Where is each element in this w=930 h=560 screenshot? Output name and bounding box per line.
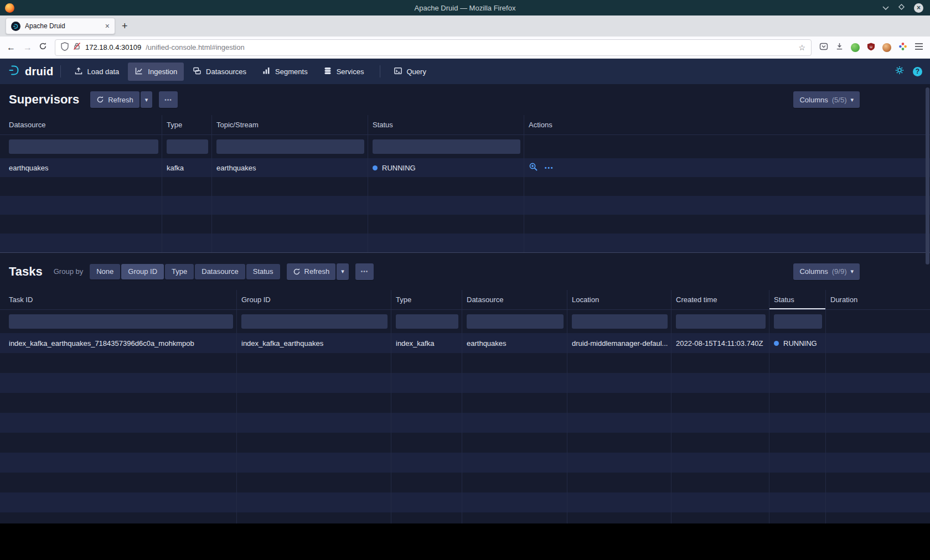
col-header-status[interactable]: Status (368, 115, 524, 134)
columns-count: (9/9) (832, 267, 847, 276)
tasks-filter-task-id[interactable] (9, 314, 233, 329)
extension-icon-green[interactable] (851, 43, 860, 52)
supervisors-more-button[interactable]: ••• (159, 91, 178, 108)
col-header-task-id[interactable]: Task ID (0, 290, 237, 309)
tasks-filter-group-id[interactable] (241, 314, 388, 329)
col-header-location[interactable]: Location (567, 290, 671, 309)
settings-gear-icon[interactable] (895, 65, 905, 77)
supervisor-topic-stream: earthquakes (212, 158, 368, 177)
supervisors-filter-type[interactable] (167, 139, 208, 154)
forward-icon[interactable]: → (22, 43, 33, 53)
nav-item-ingestion[interactable]: Ingestion (128, 63, 184, 81)
group-by-none-button[interactable]: None (90, 264, 120, 279)
browser-tab[interactable]: Apache Druid × (6, 18, 115, 34)
bookmark-star-icon[interactable]: ☆ (798, 43, 805, 52)
tasks-refresh-group: Refresh ▾ (287, 263, 349, 280)
tab-title: Apache Druid (25, 22, 101, 30)
row-more-icon[interactable]: ••• (545, 165, 554, 171)
group-by-type-button[interactable]: Type (165, 264, 194, 279)
new-tab-button[interactable]: + (122, 20, 128, 32)
tasks-filter-datasource[interactable] (467, 314, 564, 329)
supervisors-filter-topic-stream[interactable] (216, 139, 364, 154)
url-bar[interactable]: 172.18.0.4:30109 /unified-console.html#i… (55, 39, 812, 56)
supervisors-refresh-button[interactable]: Refresh (90, 91, 140, 108)
nav-item-load-data[interactable]: Load data (68, 63, 126, 81)
window-controls: × (882, 3, 923, 13)
tracking-shield-icon[interactable] (61, 42, 69, 53)
tasks-filter-type[interactable] (396, 314, 458, 329)
columns-label: Columns (799, 96, 828, 104)
tasks-filter-status[interactable] (774, 314, 822, 329)
url-host: 172.18.0.4:30109 (85, 43, 141, 51)
tasks-filter-location[interactable] (572, 314, 668, 329)
window-maximize-icon[interactable] (898, 3, 905, 13)
group-by-status-button[interactable]: Status (246, 264, 280, 279)
extension-pinwheel-icon[interactable] (898, 42, 907, 53)
insecure-lock-icon[interactable] (73, 42, 81, 53)
col-header-type[interactable]: Type (162, 115, 212, 134)
help-icon[interactable]: ? (913, 67, 922, 76)
ublock-origin-icon[interactable]: u (867, 42, 875, 53)
supervisors-refresh-caret[interactable]: ▾ (141, 91, 153, 108)
col-header-datasource[interactable]: Datasource (0, 115, 162, 134)
zoom-in-icon[interactable] (529, 162, 538, 173)
druid-brand[interactable]: druid (8, 64, 54, 79)
tab-close-icon[interactable]: × (105, 22, 110, 30)
supervisors-filter-datasource[interactable] (9, 139, 158, 154)
columns-label: Columns (799, 267, 828, 276)
group-by-group-id-button[interactable]: Group ID (121, 264, 164, 279)
task-created-time: 2022-08-15T14:11:03.740Z (671, 333, 769, 353)
col-header-created-time[interactable]: Created time (671, 290, 769, 309)
col-header-datasource[interactable]: Datasource (462, 290, 567, 309)
window-title: Apache Druid — Mozilla Firefox (0, 4, 930, 12)
group-by-datasource-button[interactable]: Datasource (195, 264, 245, 279)
table-row-empty (0, 353, 930, 373)
tasks-title: Tasks (9, 265, 43, 279)
group-by-label: Group by (54, 267, 83, 276)
tasks-table-header: Task ID Group ID Type Datasource Locatio… (0, 290, 930, 310)
menu-icon[interactable] (914, 43, 923, 53)
nav-item-services[interactable]: Services (317, 63, 371, 81)
nav-label: Segments (275, 68, 308, 76)
task-duration (826, 333, 930, 353)
task-status: RUNNING (769, 333, 826, 353)
tasks-refresh-caret[interactable]: ▾ (337, 263, 349, 280)
tasks-more-button[interactable]: ••• (355, 263, 374, 280)
supervisor-row[interactable]: earthquakes kafka earthquakes RUNNING ••… (0, 158, 930, 177)
supervisors-filter-status[interactable] (373, 139, 520, 154)
col-header-duration[interactable]: Duration (826, 290, 930, 309)
downloads-icon[interactable] (835, 42, 844, 53)
task-type: index_kafka (391, 333, 462, 353)
window-close-icon[interactable]: × (914, 3, 923, 13)
toolbar-extensions: u (819, 42, 923, 53)
reload-icon[interactable] (39, 42, 47, 53)
task-group-id: index_kafka_earthquakes (237, 333, 391, 353)
table-row-empty (0, 234, 930, 252)
nav-item-query[interactable]: Query (387, 63, 433, 81)
titlebar: Apache Druid — Mozilla Firefox × (0, 0, 930, 15)
col-header-type[interactable]: Type (391, 290, 462, 309)
chevron-down-icon: ▾ (850, 268, 854, 275)
tasks-header: Tasks Group by None Group ID Type Dataso… (0, 252, 930, 290)
col-header-status[interactable]: Status (769, 290, 826, 309)
supervisors-columns-button[interactable]: Columns (5/5) ▾ (793, 91, 860, 108)
window-shade-icon[interactable] (882, 3, 889, 13)
supervisor-actions: ••• (524, 158, 930, 177)
back-icon[interactable]: ← (6, 43, 17, 53)
status-text: RUNNING (783, 339, 817, 348)
nav-item-datasources[interactable]: Datasources (186, 63, 253, 81)
console-content: Supervisors Refresh ▾ ••• Columns (5/5) … (0, 84, 930, 523)
table-row-empty (0, 393, 930, 413)
col-header-group-id[interactable]: Group ID (237, 290, 391, 309)
task-row[interactable]: index_kafka_earthquakes_7184357396d6c0a_… (0, 333, 930, 353)
tasks-columns-button[interactable]: Columns (9/9) ▾ (793, 263, 860, 280)
supervisors-refresh-group: Refresh ▾ (90, 91, 152, 108)
pocket-icon[interactable] (819, 42, 828, 53)
tasks-refresh-button[interactable]: Refresh (287, 263, 336, 280)
page-scrollbar[interactable] (926, 87, 929, 265)
col-header-topic-stream[interactable]: Topic/Stream (212, 115, 368, 134)
nav-item-segments[interactable]: Segments (255, 63, 314, 81)
tasks-filter-created-time[interactable] (676, 314, 766, 329)
refresh-icon (293, 268, 301, 276)
extension-avatar-icon[interactable] (882, 43, 891, 52)
